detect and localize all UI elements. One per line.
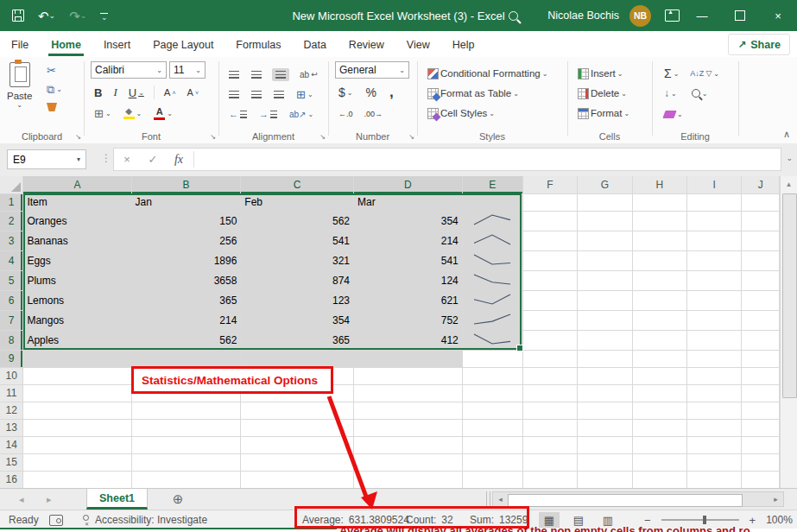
- cell-E4[interactable]: [462, 250, 522, 270]
- cell-G5[interactable]: [578, 270, 632, 290]
- cell-B4[interactable]: 1896: [131, 250, 241, 270]
- zoom-slider[interactable]: [661, 519, 739, 521]
- cell-I13[interactable]: [686, 419, 741, 436]
- align-center-button[interactable]: [250, 90, 263, 99]
- cell-E9[interactable]: [462, 350, 522, 367]
- cell-E16[interactable]: [462, 471, 522, 488]
- comma-style-button[interactable]: ,: [388, 83, 395, 102]
- tab-page-layout[interactable]: Page Layout: [142, 34, 225, 55]
- share-button[interactable]: ↗ Share: [728, 34, 790, 55]
- cell-A6[interactable]: Lemons: [23, 290, 131, 310]
- cell-A14[interactable]: [23, 436, 131, 453]
- cell-D8[interactable]: 412: [354, 330, 463, 350]
- cell-C16[interactable]: [241, 471, 354, 488]
- cell-F14[interactable]: [522, 436, 577, 453]
- row-header-9[interactable]: 9: [0, 350, 23, 367]
- row-header-2[interactable]: 2: [0, 211, 23, 231]
- scroll-up-arrow-icon[interactable]: ▲: [781, 176, 797, 192]
- bold-button[interactable]: B: [92, 86, 104, 100]
- fill-color-button[interactable]: ◆⌄: [122, 106, 144, 120]
- cell-B1[interactable]: Jan: [131, 193, 241, 211]
- cell-I5[interactable]: [686, 270, 741, 290]
- align-bottom-button[interactable]: [272, 68, 289, 81]
- column-header-C[interactable]: C: [241, 176, 354, 193]
- cell-C9[interactable]: [241, 350, 354, 367]
- cell-F16[interactable]: [522, 471, 577, 488]
- decrease-font-button[interactable]: A˅: [186, 86, 200, 98]
- cut-button[interactable]: ✂: [45, 64, 64, 77]
- cell-C12[interactable]: [241, 402, 354, 419]
- expand-formula-bar-button[interactable]: ⌄: [786, 154, 793, 162]
- cell-I11[interactable]: [686, 384, 741, 402]
- cell-B7[interactable]: 214: [131, 310, 241, 330]
- conditional-formatting-button[interactable]: Conditional Formatting⌄: [426, 67, 549, 80]
- row-header-3[interactable]: 3: [0, 231, 23, 250]
- column-header-I[interactable]: I: [686, 176, 741, 193]
- cell-H3[interactable]: [632, 231, 686, 250]
- cell-J8[interactable]: [742, 330, 780, 350]
- redo-dropdown-icon[interactable]: ⌄: [80, 12, 87, 20]
- cell-I3[interactable]: [686, 231, 741, 250]
- cell-H12[interactable]: [632, 402, 686, 419]
- next-sheet-arrow-icon[interactable]: ▸: [47, 489, 52, 510]
- merge-center-button[interactable]: ⊞⌄: [294, 88, 315, 101]
- cell-C6[interactable]: 123: [241, 290, 354, 310]
- increase-font-button[interactable]: A˄: [162, 86, 178, 98]
- cell-D11[interactable]: [354, 384, 463, 402]
- font-color-button[interactable]: A⌄: [152, 106, 174, 121]
- cell-C3[interactable]: 541: [241, 231, 354, 250]
- cell-C8[interactable]: 365: [241, 330, 354, 350]
- cell-E14[interactable]: [462, 436, 522, 453]
- cell-D16[interactable]: [354, 471, 463, 488]
- cell-I7[interactable]: [686, 310, 741, 330]
- cell-E6[interactable]: [462, 290, 522, 310]
- cell-H9[interactable]: [632, 350, 686, 367]
- clipboard-dialog-launcher[interactable]: ↘: [75, 133, 81, 141]
- insert-cells-button[interactable]: Insert⌄: [576, 67, 624, 80]
- tab-file[interactable]: File: [0, 34, 40, 55]
- cell-C1[interactable]: Feb: [241, 193, 354, 211]
- cell-B2[interactable]: 150: [131, 211, 241, 231]
- clear-button[interactable]: ⌄: [662, 110, 685, 119]
- cell-I6[interactable]: [686, 290, 741, 310]
- cell-C7[interactable]: 354: [241, 310, 354, 330]
- cell-I14[interactable]: [686, 436, 741, 453]
- cell-J9[interactable]: [742, 350, 780, 367]
- avatar[interactable]: NB: [629, 5, 651, 27]
- tab-view[interactable]: View: [395, 34, 441, 55]
- cell-E7[interactable]: [462, 310, 522, 330]
- cell-B15[interactable]: [131, 453, 241, 471]
- delete-cells-button[interactable]: Delete⌄: [576, 87, 629, 100]
- cell-D15[interactable]: [354, 453, 463, 471]
- accessibility-status[interactable]: Accessibility: Investigate: [80, 510, 207, 529]
- cell-F9[interactable]: [522, 350, 577, 367]
- close-button[interactable]: ×: [759, 0, 797, 31]
- cell-B3[interactable]: 256: [131, 231, 241, 250]
- cell-I1[interactable]: [686, 193, 741, 211]
- cell-I9[interactable]: [686, 350, 741, 367]
- select-all-button[interactable]: [0, 176, 23, 193]
- maximize-button[interactable]: [721, 0, 759, 31]
- tab-home[interactable]: Home: [40, 34, 92, 55]
- cell-F7[interactable]: [522, 310, 577, 330]
- cell-H6[interactable]: [632, 290, 686, 310]
- cell-B12[interactable]: [131, 402, 241, 419]
- undo-button[interactable]: ↶ ⌄: [38, 10, 55, 22]
- cell-G14[interactable]: [578, 436, 632, 453]
- cell-J7[interactable]: [742, 310, 780, 330]
- minimize-button[interactable]: —: [683, 0, 721, 31]
- cell-F11[interactable]: [522, 384, 577, 402]
- cell-E12[interactable]: [462, 402, 522, 419]
- scroll-left-arrow-icon[interactable]: ◂: [494, 495, 507, 504]
- insert-function-button[interactable]: fx: [166, 153, 192, 167]
- cell-J16[interactable]: [742, 471, 780, 488]
- zoom-slider-handle[interactable]: [703, 516, 706, 524]
- formula-input[interactable]: [196, 149, 781, 170]
- cell-D6[interactable]: 621: [354, 290, 463, 310]
- align-middle-button[interactable]: [250, 70, 263, 79]
- row-header-11[interactable]: 11: [0, 384, 23, 402]
- cell-I2[interactable]: [686, 211, 741, 231]
- cell-G2[interactable]: [578, 211, 632, 231]
- font-size-combo[interactable]: 11⌄: [169, 61, 206, 79]
- fill-handle[interactable]: [516, 345, 523, 352]
